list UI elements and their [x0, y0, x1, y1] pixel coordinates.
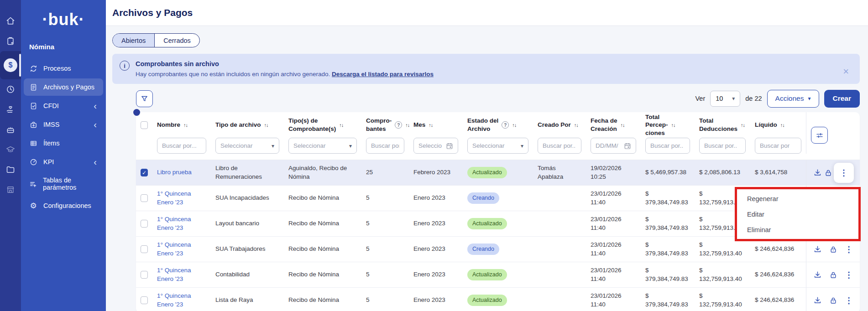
- row-checkbox[interactable]: [141, 296, 148, 304]
- sort-icon[interactable]: ↑↓: [264, 122, 268, 128]
- help-icon[interactable]: ?: [395, 121, 402, 129]
- file-name-link[interactable]: 1° Quincena Enero '23: [157, 190, 191, 205]
- filter-cell-tipo-de-archivo: Seleccionar▾: [211, 138, 284, 154]
- filter-select-tipo-de-archivo[interactable]: Seleccionar▾: [215, 138, 279, 154]
- sidebar-item-items[interactable]: Ítems: [24, 135, 103, 152]
- education-icon[interactable]: [0, 140, 21, 160]
- ver-label: Ver: [695, 95, 706, 102]
- sidebar-item-tablas-de-parametros[interactable]: Tablas de parámetros: [24, 172, 103, 196]
- chevron-left-icon[interactable]: ‹: [94, 157, 97, 166]
- sort-icon[interactable]: ↑↓: [574, 122, 578, 128]
- filter-select-estado-del-archivo[interactable]: Seleccionar▾: [467, 138, 528, 154]
- clipboard-icon[interactable]: [0, 31, 21, 51]
- close-icon[interactable]: ×: [843, 67, 849, 77]
- filter-input-liquido[interactable]: Buscar por: [755, 138, 801, 154]
- actions-button[interactable]: Acciones ▾: [767, 90, 819, 108]
- filter-date-fecha-de-creacion[interactable]: DD/MM/: [591, 138, 636, 154]
- sidebar-item-kpi[interactable]: KPI ‹: [24, 153, 103, 171]
- column-settings-button[interactable]: [811, 127, 828, 144]
- column-header-estado-del-archivo[interactable]: Estado del Archivo?↑↓: [463, 117, 533, 133]
- kebab-menu-icon[interactable]: ⋮: [844, 270, 854, 280]
- sidebar-item-cfdi[interactable]: CFDI ‹: [24, 97, 103, 114]
- column-header-total-percepciones[interactable]: Total Percep- ciones↑↓: [641, 113, 695, 137]
- sort-icon[interactable]: ↑↓: [183, 122, 188, 128]
- download-icon[interactable]: [812, 295, 823, 306]
- column-header-tipos-de-comprobante[interactable]: Tipo(s) de Comprobante(s)↑↓: [284, 117, 361, 133]
- filter-date-mes[interactable]: Seleccio: [413, 138, 458, 154]
- banner-download-link[interactable]: Descarga el listado para revisarlos: [332, 71, 434, 78]
- file-name-link[interactable]: 1° Quincena Enero '23: [157, 216, 191, 231]
- menu-item-editar[interactable]: Editar: [737, 207, 858, 222]
- lock-icon[interactable]: [828, 244, 838, 254]
- sidebar-item-procesos[interactable]: Procesos: [24, 60, 103, 77]
- kebab-menu-icon[interactable]: ⋮: [844, 244, 854, 254]
- sort-icon[interactable]: ↑↓: [621, 122, 625, 128]
- download-icon[interactable]: [812, 167, 823, 178]
- column-header-creado-por[interactable]: Creado Por↑↓: [533, 121, 586, 129]
- sort-icon[interactable]: ↑↓: [339, 122, 343, 128]
- file-name-link[interactable]: Libro prueba: [157, 169, 192, 176]
- sort-icon[interactable]: ↑↓: [780, 122, 784, 128]
- download-icon[interactable]: [812, 244, 823, 254]
- menu-item-eliminar[interactable]: Eliminar: [737, 222, 858, 238]
- sort-icon[interactable]: ↑↓: [512, 122, 516, 128]
- chevron-left-icon[interactable]: ‹: [94, 120, 97, 129]
- hand-heart-icon[interactable]: [0, 99, 21, 119]
- filter-input-comprobantes[interactable]: Buscar por..: [366, 138, 404, 154]
- chevron-left-icon[interactable]: ‹: [94, 101, 97, 110]
- marketplace-icon[interactable]: [0, 180, 21, 200]
- help-icon[interactable]: ?: [502, 121, 509, 129]
- row-actions-cell: ⋮: [806, 288, 860, 311]
- row-checkbox[interactable]: [141, 271, 148, 279]
- download-icon[interactable]: [812, 270, 823, 280]
- column-header-nombre[interactable]: Nombre↑↓: [152, 121, 211, 129]
- select-all-checkbox[interactable]: [141, 121, 148, 129]
- lock-icon[interactable]: [823, 168, 833, 178]
- tab-cerrados[interactable]: Cerrados: [154, 34, 199, 47]
- filter-select-tipos-de-comprobante[interactable]: Seleccionar▾: [288, 138, 357, 154]
- sidebar-item-archivos-y-pagos[interactable]: Archivos y Pagos: [24, 78, 103, 96]
- info-banner: i Comprobantes sin archivo Hay comproban…: [112, 54, 860, 84]
- filter-button[interactable]: [136, 90, 153, 107]
- column-header-mes[interactable]: Mes↑↓: [409, 121, 463, 129]
- clock-icon[interactable]: [0, 79, 21, 99]
- sort-icon[interactable]: ↑↓: [429, 122, 433, 128]
- column-header-fecha-de-creacion[interactable]: Fecha de Creación↑↓: [586, 117, 641, 133]
- filter-input-creado-por[interactable]: Buscar por..: [538, 138, 581, 154]
- column-header-total-deducciones[interactable]: Total Deducciones↑↓: [695, 117, 750, 133]
- total-count-label: de 22: [745, 95, 762, 102]
- cell-tipo-de-archivo: Libro de Remuneraciones: [211, 164, 284, 181]
- tab-abiertos[interactable]: Abiertos: [113, 34, 154, 47]
- lock-icon[interactable]: [828, 295, 838, 306]
- kebab-menu-icon[interactable]: ⋮: [844, 295, 854, 306]
- column-label: Fecha de Creación: [591, 117, 617, 133]
- column-header-tipo-de-archivo[interactable]: Tipo de archivo↑↓: [211, 121, 284, 129]
- file-name-link[interactable]: 1° Quincena Enero '23: [157, 292, 191, 307]
- file-name-link[interactable]: 1° Quincena Enero '23: [157, 241, 191, 256]
- table-header-row: Nombre↑↓Tipo de archivo↑↓Tipo(s) de Comp…: [136, 112, 860, 138]
- column-header-liquido[interactable]: Líquido↑↓: [750, 121, 806, 129]
- folder-icon[interactable]: [0, 160, 21, 180]
- page-size-select[interactable]: 10 ▾: [710, 91, 740, 107]
- lock-icon[interactable]: [828, 270, 838, 280]
- sort-icon[interactable]: ↑↓: [741, 122, 745, 128]
- column-header-comprobantes[interactable]: Compro- bantes?↑↓: [361, 117, 409, 133]
- create-button[interactable]: Crear: [824, 90, 860, 108]
- row-checkbox[interactable]: [141, 220, 148, 228]
- filter-input-total-deducciones[interactable]: Buscar por..: [699, 138, 746, 154]
- home-icon[interactable]: [0, 11, 21, 31]
- kebab-menu-icon[interactable]: ⋮: [839, 168, 849, 178]
- file-name-link[interactable]: 1° Quincena Enero '23: [157, 267, 191, 282]
- menu-item-regenerar[interactable]: Regenerar: [737, 191, 858, 207]
- celebrations-icon[interactable]: [0, 119, 21, 140]
- filter-input-nombre[interactable]: Buscar por...: [157, 138, 206, 154]
- row-checkbox[interactable]: [141, 194, 148, 202]
- cell-comprobantes: 5: [361, 270, 409, 279]
- payroll-module-icon[interactable]: $: [0, 51, 21, 79]
- sidebar-item-configuraciones[interactable]: ⚙ Configuraciones: [24, 197, 103, 214]
- sort-icon[interactable]: ↑↓: [671, 122, 675, 128]
- filter-input-total-percepciones[interactable]: Buscar por..: [645, 138, 690, 154]
- row-checkbox[interactable]: ✓: [141, 169, 148, 176]
- sidebar-item-imss[interactable]: IMSS ‹: [24, 116, 103, 133]
- row-checkbox[interactable]: [141, 245, 148, 253]
